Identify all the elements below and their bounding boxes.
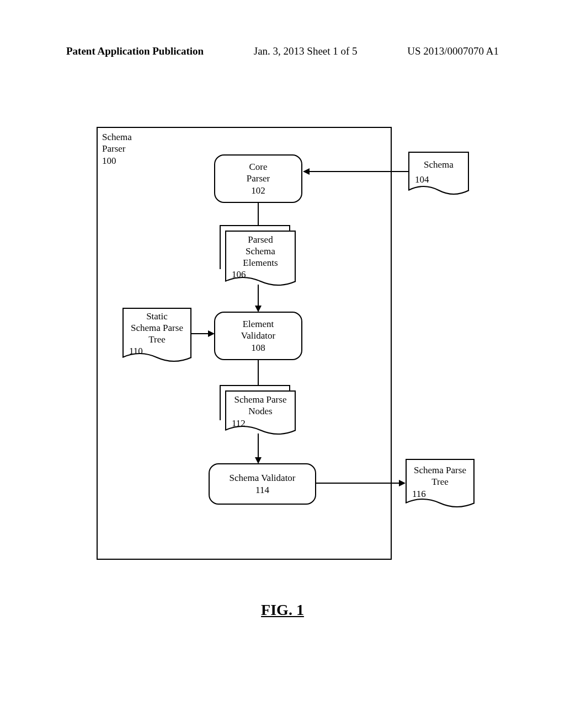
line-ev-to-nodes xyxy=(258,360,259,385)
pt-l3: 116 xyxy=(409,488,426,500)
header-center: Jan. 3, 2013 Sheet 1 of 5 xyxy=(254,45,358,57)
schema-input-doc: Schema 104 xyxy=(408,152,469,190)
core-parser-box: Core Parser 102 xyxy=(214,154,302,203)
static-tree-doc: Static Schema Parse Tree 110 xyxy=(122,308,191,357)
core-parser-l1: Core xyxy=(249,161,267,173)
header-right: US 2013/0007070 A1 xyxy=(407,45,499,57)
st-l2: Schema Parse xyxy=(131,322,183,334)
schema-validator-box: Schema Validator 114 xyxy=(209,463,316,505)
figure-label: FIG. 1 xyxy=(0,601,565,619)
parsed-elements-doc: Parsed Schema Elements 106 xyxy=(225,231,296,281)
arrow-parsed-to-validator xyxy=(258,285,259,307)
ev-l2: Validator xyxy=(241,330,275,341)
schema-in-l1: Schema xyxy=(424,159,454,170)
schema-parse-tree-doc: Schema Parse Tree 116 xyxy=(406,459,475,503)
pt-l2: Tree xyxy=(431,476,449,488)
arrow-head-right-icon xyxy=(208,330,215,337)
parsed-l3: Elements xyxy=(243,257,278,269)
header-left: Patent Application Publication xyxy=(66,45,204,57)
container-title-l2: Parser xyxy=(102,143,132,154)
diagram: Schema Parser 100 Core Parser 102 Schema… xyxy=(0,99,565,596)
schema-parse-nodes-doc: Schema Parse Nodes 112 xyxy=(225,390,296,430)
st-l3: Tree xyxy=(148,334,166,345)
ev-l1: Element xyxy=(243,318,274,330)
ev-l3: 108 xyxy=(251,342,265,354)
page-header: Patent Application Publication Jan. 3, 2… xyxy=(0,45,565,57)
container-title-l1: Schema xyxy=(102,131,132,143)
arrow-static-to-ev xyxy=(191,333,209,334)
arrow-sv-to-tree xyxy=(316,483,400,484)
arrow-head-right-icon xyxy=(399,480,406,486)
pn-l2: Nodes xyxy=(248,405,272,417)
pn-l3: 112 xyxy=(228,417,246,429)
parsed-l2: Schema xyxy=(246,245,275,257)
container-title: Schema Parser 100 xyxy=(102,131,132,167)
arrow-head-left-icon xyxy=(303,168,310,175)
st-l4: 110 xyxy=(126,345,143,357)
container-title-l3: 100 xyxy=(102,155,132,167)
sv-l1: Schema Validator xyxy=(229,472,295,484)
pn-l1: Schema Parse xyxy=(234,394,287,405)
parsed-l4: 106 xyxy=(228,269,246,280)
arrow-schema-to-core xyxy=(309,171,408,172)
core-parser-l2: Parser xyxy=(247,173,270,184)
sv-l2: 114 xyxy=(255,484,269,496)
element-validator-box: Element Validator 108 xyxy=(214,312,302,360)
st-l1: Static xyxy=(146,311,168,322)
arrow-nodes-to-sv xyxy=(258,433,259,458)
parsed-l1: Parsed xyxy=(248,234,273,245)
schema-in-l2: 104 xyxy=(412,174,429,185)
line-core-to-parsed xyxy=(258,203,259,225)
core-parser-l3: 102 xyxy=(251,185,265,196)
pt-l1: Schema Parse xyxy=(414,464,466,476)
